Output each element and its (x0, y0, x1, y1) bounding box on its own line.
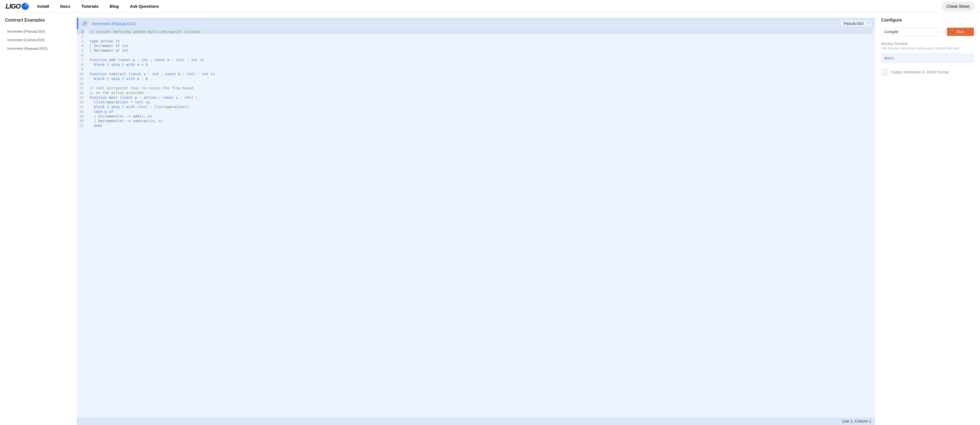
configure-panel: Configure Compile Run Access function Th… (875, 13, 980, 425)
config-action-row: Compile Run (881, 28, 974, 36)
nav: Install Docs Tutorials Blog Ask Question… (37, 4, 942, 9)
json-output-checkbox[interactable] (881, 68, 888, 76)
code-editor[interactable]: 123456789101112131415161718192021 // var… (77, 29, 875, 417)
sidebar: Contract Examples Increment (PascaLIGO) … (0, 13, 77, 425)
json-output-row: Output michelson in JSON format (881, 68, 974, 76)
access-function-hint: The function name from where your contra… (881, 46, 974, 50)
nav-blog[interactable]: Blog (110, 4, 119, 9)
sidebar-title: Contract Examples (5, 18, 72, 23)
sidebar-item-reasonligo[interactable]: Increment (ReasonLIGO) (5, 44, 72, 53)
action-select[interactable]: Compile (881, 28, 943, 36)
run-button[interactable]: Run (947, 28, 974, 36)
status-bar: Line 1, Column 1 (77, 417, 875, 425)
nav-tutorials[interactable]: Tutorials (81, 4, 99, 9)
configure-title: Configure (881, 18, 974, 23)
link-icon (83, 22, 87, 25)
language-select[interactable]: PascaLIGO (840, 20, 872, 27)
access-function-label: Access function (881, 41, 974, 46)
share-button[interactable] (81, 20, 88, 27)
nav-docs[interactable]: Docs (60, 4, 70, 9)
line-gutter: 123456789101112131415161718192021 (77, 29, 87, 417)
cheat-sheet-button[interactable]: Cheat Sheet (942, 2, 974, 11)
logo[interactable]: LIGO (6, 3, 29, 10)
nav-install[interactable]: Install (37, 4, 49, 9)
editor-title: Increment (PascaLIGO) (92, 21, 836, 26)
editor-panel: Increment (PascaLIGO) PascaLIGO 12345678… (77, 13, 875, 425)
language-select-value: PascaLIGO (844, 21, 864, 26)
code-content[interactable]: // variant defining pseudo multi-entrypo… (87, 29, 875, 417)
action-select-value: Compile (884, 30, 898, 34)
editor-header: Increment (PascaLIGO) PascaLIGO (77, 18, 875, 29)
sidebar-item-pascaligo[interactable]: Increment (PascaLIGO) (5, 27, 72, 36)
nav-ask[interactable]: Ask Questions (130, 4, 159, 9)
logo-icon (21, 3, 29, 10)
header: LIGO Install Docs Tutorials Blog Ask Que… (0, 0, 980, 13)
json-output-label: Output michelson in JSON format (891, 70, 949, 74)
sidebar-item-cameligo[interactable]: Increment (CameLIGO) (5, 36, 72, 44)
main-layout: Contract Examples Increment (PascaLIGO) … (0, 13, 980, 425)
logo-text: LIGO (6, 3, 21, 10)
access-function-input[interactable] (881, 53, 974, 63)
